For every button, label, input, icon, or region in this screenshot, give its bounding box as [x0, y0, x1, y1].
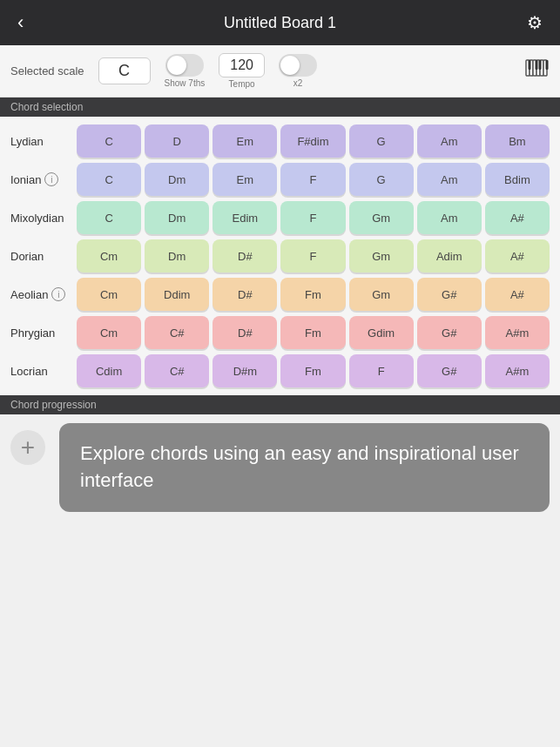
svg-rect-9 — [546, 60, 549, 70]
x2-group: x2 — [279, 54, 317, 88]
chord-button[interactable]: F — [349, 354, 414, 387]
row-label-lydian: Lydian — [10, 135, 73, 148]
scale-name-locrian: Locrian — [10, 365, 48, 378]
chord-button[interactable]: G# — [417, 316, 482, 349]
add-chord-button[interactable]: + — [10, 430, 45, 465]
chord-button[interactable]: A# — [485, 278, 550, 311]
chord-row-aeolian: AeolianiCmDdimD#FmGmG#A# — [3, 275, 557, 313]
show7ths-toggle[interactable] — [165, 54, 204, 77]
chord-button[interactable]: C — [77, 201, 141, 234]
chord-button[interactable]: C — [77, 163, 141, 196]
selected-scale-label: Selected scale — [10, 64, 84, 77]
chord-button[interactable]: Gdim — [349, 316, 414, 349]
chord-button[interactable]: Gm — [349, 201, 414, 234]
chord-progression-content: + Explore chords using an easy and inspi… — [0, 414, 560, 536]
row-label-phrygian: Phrygian — [10, 326, 73, 340]
chord-button[interactable]: F — [280, 163, 345, 196]
chord-row-locrian: LocrianCdimC#D#mFmFG#A#m — [3, 352, 557, 390]
row-label-ionian: Ioniani — [10, 172, 73, 186]
chord-button[interactable]: D# — [213, 239, 277, 273]
chord-button[interactable]: C# — [145, 316, 209, 349]
chord-button[interactable]: Gm — [349, 239, 414, 273]
scale-name-dorian: Dorian — [10, 250, 44, 263]
chord-button[interactable]: Fm — [280, 354, 345, 387]
chord-button[interactable]: F — [280, 201, 345, 234]
promo-text: Explore chords using an easy and inspira… — [80, 442, 519, 491]
app-header: ‹ Untitled Board 1 ⚙ — [0, 0, 560, 45]
toggle-knob — [167, 56, 186, 75]
chord-button[interactable]: Ddim — [145, 278, 209, 311]
chord-button[interactable]: Cm — [77, 278, 141, 311]
chord-row-lydian: LydianCDEmF#dimGAmBm — [3, 122, 557, 160]
svg-rect-6 — [529, 60, 531, 70]
chord-button[interactable]: F — [280, 239, 345, 273]
back-button[interactable]: ‹ — [14, 11, 27, 34]
chord-button[interactable]: G — [349, 124, 414, 158]
row-label-mixolydian: Mixolydian — [10, 212, 73, 225]
row-label-aeolian: Aeoliani — [10, 287, 73, 301]
chord-button[interactable]: F#dim — [280, 124, 345, 158]
chord-button[interactable]: Fm — [280, 278, 345, 311]
chord-button[interactable]: G# — [417, 354, 482, 387]
chord-button[interactable]: C — [77, 124, 141, 158]
chord-button[interactable]: Gm — [349, 278, 414, 311]
chord-button[interactable]: Bdim — [485, 163, 550, 196]
chord-button[interactable]: A# — [485, 201, 550, 234]
scale-name-ionian: Ionian — [10, 173, 41, 186]
tempo-value[interactable]: 120 — [219, 53, 265, 77]
chord-button[interactable]: Em — [213, 163, 277, 196]
chord-button[interactable]: D# — [213, 278, 277, 311]
scale-value[interactable]: C — [98, 57, 151, 84]
x2-toggle[interactable] — [279, 54, 317, 77]
svg-rect-7 — [536, 60, 538, 70]
chord-row-mixolydian: MixolydianCDmEdimFGmAmA# — [3, 199, 557, 237]
chord-button[interactable]: Cdim — [77, 354, 141, 387]
piano-icon[interactable] — [525, 59, 550, 84]
show7ths-toggle-group: Show 7ths — [165, 54, 206, 88]
chord-button[interactable]: D — [145, 124, 209, 158]
chord-button[interactable]: Adim — [417, 239, 482, 273]
chord-button[interactable]: A#m — [485, 316, 550, 349]
chord-button[interactable]: Bm — [485, 124, 550, 158]
tempo-label: Tempo — [229, 79, 255, 89]
chord-button[interactable]: Em — [213, 124, 277, 158]
show7ths-label: Show 7ths — [165, 78, 206, 88]
chord-progression-header: Chord progression — [0, 395, 560, 414]
scale-name-mixolydian: Mixolydian — [10, 212, 64, 225]
chord-button[interactable]: Cm — [77, 239, 141, 273]
chord-button[interactable]: Dm — [145, 239, 209, 273]
settings-button[interactable]: ⚙ — [523, 12, 546, 33]
chord-button[interactable]: Cm — [77, 316, 141, 349]
chord-grid: LydianCDEmF#dimGAmBmIonianiCDmEmFGAmBdim… — [0, 117, 560, 395]
svg-rect-8 — [539, 60, 542, 70]
chord-button[interactable]: Am — [417, 201, 482, 234]
tempo-group: 120 Tempo — [219, 53, 265, 89]
chord-button[interactable]: Fm — [280, 316, 345, 349]
toggle-knob-x2 — [280, 56, 300, 75]
page-title: Untitled Board 1 — [224, 14, 336, 32]
x2-label: x2 — [293, 78, 303, 88]
row-label-dorian: Dorian — [10, 250, 73, 263]
info-icon-aeolian[interactable]: i — [51, 287, 65, 301]
chord-button[interactable]: D#m — [213, 354, 277, 387]
chord-button[interactable]: Edim — [213, 201, 277, 234]
info-icon-ionian[interactable]: i — [44, 172, 58, 186]
chord-row-dorian: DorianCmDmD#FGmAdimA# — [3, 237, 557, 275]
toolbar: Selected scale C Show 7ths 120 Tempo x2 — [0, 45, 560, 98]
chord-button[interactable]: A# — [485, 239, 550, 273]
chord-button[interactable]: G — [349, 163, 414, 196]
scale-name-aeolian: Aeolian — [10, 288, 48, 301]
chord-button[interactable]: Am — [417, 163, 482, 196]
chord-button[interactable]: A#m — [485, 354, 550, 387]
chord-button[interactable]: Am — [417, 124, 482, 158]
chord-button[interactable]: D# — [213, 316, 277, 349]
chord-button[interactable]: G# — [417, 278, 482, 311]
chord-row-ionian: IonianiCDmEmFGAmBdim — [3, 160, 557, 199]
chord-row-phrygian: PhrygianCmC#D#FmGdimG#A#m — [3, 313, 557, 352]
chord-button[interactable]: Dm — [145, 163, 209, 196]
chord-selection-header: Chord selection — [0, 98, 560, 117]
chord-button[interactable]: C# — [145, 354, 209, 387]
scale-name-lydian: Lydian — [10, 135, 44, 148]
chord-button[interactable]: Dm — [145, 201, 209, 234]
scale-name-phrygian: Phrygian — [10, 326, 55, 340]
